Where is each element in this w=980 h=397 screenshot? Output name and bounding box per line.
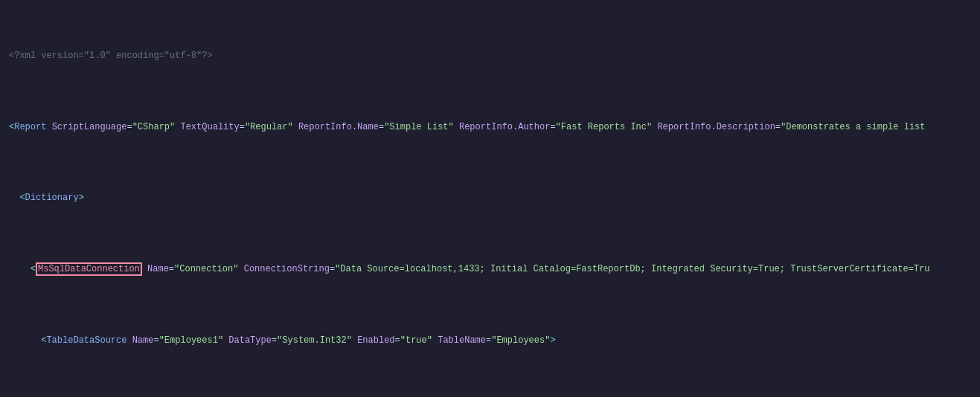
- line-3: <Dictionary>: [0, 191, 980, 205]
- line-1: <?xml version="1.0" encoding="utf-8"?>: [0, 49, 980, 63]
- line-4: <MsSqlDataConnection Name="Connection" C…: [0, 262, 980, 277]
- line-2: <Report ScriptLanguage="CSharp" TextQual…: [0, 120, 980, 135]
- code-editor: <?xml version="1.0" encoding="utf-8"?> <…: [0, 0, 980, 397]
- line-5: <TableDataSource Name="Employees1" DataT…: [0, 334, 980, 348]
